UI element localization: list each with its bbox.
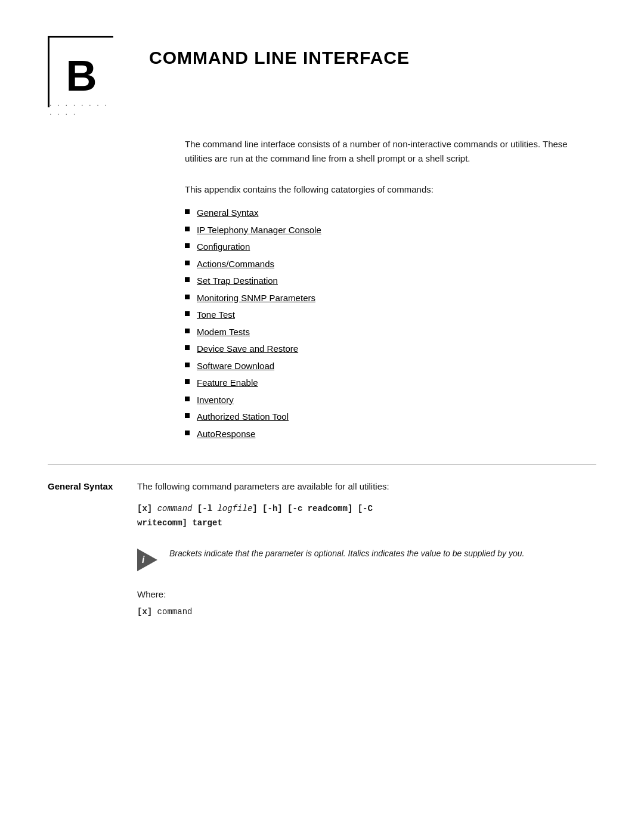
info-icon: i — [137, 549, 160, 571]
info-text-content: Brackets indicate that the parameter is … — [169, 547, 524, 560]
header-section: B Command Line Interface — [0, 36, 644, 107]
bullet-icon — [185, 363, 190, 367]
bullet-icon — [185, 431, 190, 435]
toc-link-general-syntax[interactable]: General Syntax — [197, 206, 258, 220]
general-syntax-desc: The following command parameters are ava… — [137, 479, 596, 494]
toc-link-set-trap[interactable]: Set Trap Destination — [197, 274, 278, 288]
toc-link-software-download[interactable]: Software Download — [197, 360, 274, 373]
toc-link-tone-test[interactable]: Tone Test — [197, 308, 235, 322]
bullet-icon — [185, 311, 190, 316]
list-item: Device Save and Restore — [185, 342, 596, 356]
section-label-general-syntax: General Syntax — [0, 479, 137, 494]
toc-link-device-save[interactable]: Device Save and Restore — [197, 342, 298, 356]
chapter-title: Command Line Interface — [149, 36, 410, 68]
list-item: IP Telephony Manager Console — [185, 224, 596, 237]
where-label: Where: — [137, 589, 596, 599]
toc-link-feature-enable[interactable]: Feature Enable — [197, 376, 258, 390]
toc-link-authorized-station[interactable]: Authorized Station Tool — [197, 410, 289, 424]
bullet-icon — [185, 413, 190, 418]
toc-link-ip-telephony[interactable]: IP Telephony Manager Console — [197, 224, 321, 237]
toc-link-configuration[interactable]: Configuration — [197, 240, 250, 254]
where-code: [x] command — [137, 605, 596, 620]
chapter-letter: B — [66, 54, 97, 97]
list-item: Feature Enable — [185, 376, 596, 390]
bullet-icon — [185, 295, 190, 299]
toc-link-inventory[interactable]: Inventory — [197, 394, 234, 407]
chapter-icon-box: B — [48, 36, 113, 107]
command-syntax: [x] command [-l logfile] [-h] [-c readco… — [137, 502, 596, 531]
list-item: Actions/Commands — [185, 258, 596, 271]
list-item: Inventory — [185, 394, 596, 407]
chapter-icon: B — [48, 36, 125, 107]
info-letter: i — [142, 555, 144, 565]
list-item: Tone Test — [185, 308, 596, 322]
list-item: Software Download — [185, 360, 596, 373]
bullet-icon — [185, 209, 190, 214]
bullet-icon — [185, 397, 190, 401]
bullet-icon — [185, 329, 190, 333]
bullet-icon — [185, 379, 190, 384]
general-syntax-section: General Syntax The following command par… — [0, 465, 644, 630]
intro-paragraph1: The command line interface consists of a… — [185, 137, 596, 166]
list-item: AutoResponse — [185, 428, 596, 441]
bullet-icon — [185, 345, 190, 350]
section-content-general-syntax: The following command parameters are ava… — [137, 479, 644, 630]
list-item: Configuration — [185, 240, 596, 254]
toc-link-monitoring[interactable]: Monitoring SNMP Parameters — [197, 292, 315, 305]
title-text: Command Line Interface — [149, 48, 410, 67]
toc-list: General Syntax IP Telephony Manager Cons… — [185, 206, 596, 441]
toc-link-actions[interactable]: Actions/Commands — [197, 258, 274, 271]
info-arrow-shape — [137, 549, 157, 571]
intro-paragraph2: This appendix contains the following cat… — [185, 182, 596, 197]
bullet-icon — [185, 227, 190, 231]
bullet-icon — [185, 261, 190, 265]
bullet-icon — [185, 277, 190, 282]
toc-link-modem-tests[interactable]: Modem Tests — [197, 326, 250, 339]
list-item: General Syntax — [185, 206, 596, 220]
info-box: i Brackets indicate that the parameter i… — [137, 541, 596, 577]
list-item: Authorized Station Tool — [185, 410, 596, 424]
list-item: Set Trap Destination — [185, 274, 596, 288]
list-item: Modem Tests — [185, 326, 596, 339]
content-section: The command line interface consists of a… — [0, 137, 644, 441]
bullet-icon — [185, 243, 190, 248]
page: B Command Line Interface The command lin… — [0, 0, 644, 833]
list-item: Monitoring SNMP Parameters — [185, 292, 596, 305]
toc-link-autoresponse[interactable]: AutoResponse — [197, 428, 255, 441]
